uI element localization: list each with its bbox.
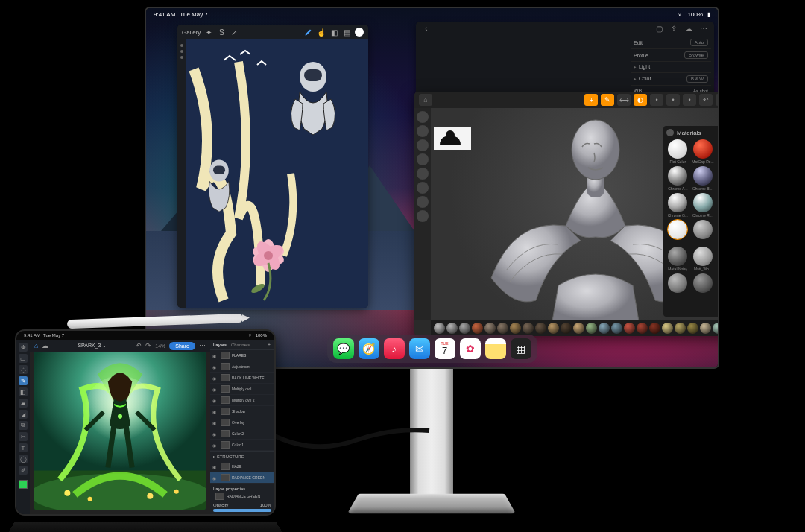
undo-button[interactable]: ↶ bbox=[699, 94, 713, 106]
dock-app-shortcuts[interactable]: ▦ bbox=[511, 338, 531, 359]
sculpt-viewport[interactable]: Materials ⋯ ⊖ Flat ColorMatCap Re...Chec… bbox=[431, 108, 719, 320]
brush-preset[interactable] bbox=[535, 323, 546, 334]
eyedropper-tool[interactable]: ✐ bbox=[19, 466, 28, 475]
topbar-tool-2[interactable]: • bbox=[666, 94, 680, 106]
material-swatch[interactable] bbox=[692, 273, 715, 294]
material-swatch[interactable]: Flat Color bbox=[666, 139, 689, 164]
add-button[interactable]: ＋ bbox=[584, 94, 598, 106]
gallery-button[interactable]: Gallery bbox=[182, 29, 201, 36]
brush-icon[interactable] bbox=[304, 28, 313, 37]
visibility-icon[interactable]: ◉ bbox=[212, 398, 218, 403]
left-tool-7[interactable] bbox=[417, 196, 429, 208]
crop-tool[interactable]: ✂ bbox=[19, 432, 28, 441]
brush-preset[interactable] bbox=[624, 323, 635, 334]
select-icon[interactable]: S bbox=[217, 28, 226, 37]
share-icon[interactable]: ⇪ bbox=[669, 24, 678, 33]
brush-preset[interactable] bbox=[586, 323, 597, 334]
layers-tab[interactable]: Layers bbox=[213, 343, 227, 347]
visibility-icon[interactable]: ◉ bbox=[212, 364, 218, 370]
dock-app-messages[interactable]: 💬 bbox=[333, 338, 354, 359]
dock-app-calendar[interactable]: TUE7 bbox=[435, 338, 455, 359]
layer-row[interactable]: ◉Adjustment bbox=[210, 361, 274, 373]
reference-thumbnail[interactable] bbox=[434, 127, 471, 150]
left-tool-6[interactable] bbox=[417, 182, 429, 194]
dock[interactable]: 💬🧭♪✉TUE7✿▦ bbox=[327, 335, 537, 363]
material-swatch[interactable] bbox=[666, 220, 689, 244]
ps-more-icon[interactable]: ⋯ bbox=[199, 342, 206, 349]
visibility-icon[interactable]: ◉ bbox=[212, 376, 218, 381]
brush-preset[interactable] bbox=[573, 323, 584, 334]
brush-preset[interactable] bbox=[510, 323, 521, 334]
brush-size-slider[interactable] bbox=[417, 111, 429, 123]
cloud-icon[interactable]: ☁ bbox=[684, 24, 693, 33]
layer-group-structure[interactable]: ▸ STRUCTURE bbox=[210, 451, 274, 461]
opacity-slider[interactable] bbox=[213, 509, 271, 512]
material-swatch[interactable]: Gold bbox=[716, 220, 719, 244]
material-swatch[interactable] bbox=[716, 273, 719, 294]
left-tool-8[interactable] bbox=[417, 210, 429, 222]
lasso-tool[interactable]: ◌ bbox=[19, 365, 28, 374]
move-tool[interactable]: ✥ bbox=[19, 343, 28, 352]
material-swatch[interactable] bbox=[692, 220, 715, 244]
ps-zoom-level[interactable]: 14% bbox=[155, 343, 165, 349]
layer-row[interactable]: ◉Overlay bbox=[210, 417, 274, 428]
procreate-canvas[interactable] bbox=[186, 39, 368, 308]
brush-preset[interactable] bbox=[523, 323, 534, 334]
materials-panel[interactable]: Materials ⋯ ⊖ Flat ColorMatCap Re...Chec… bbox=[663, 126, 719, 317]
shape-tool[interactable]: ◯ bbox=[19, 455, 28, 463]
layer-row[interactable]: ◉Color 1 bbox=[210, 440, 274, 451]
brush-preset[interactable] bbox=[446, 323, 458, 334]
type-tool[interactable]: T bbox=[19, 443, 28, 452]
visibility-icon[interactable]: ◉ bbox=[212, 443, 218, 448]
brush-preset[interactable] bbox=[611, 323, 622, 334]
visibility-icon[interactable]: ◉ bbox=[212, 431, 218, 437]
layer-row[interactable]: ◉Multiply ovrl 2 bbox=[210, 395, 274, 406]
home-icon[interactable]: ⌂ bbox=[419, 94, 432, 106]
adjust-icon[interactable]: ↗ bbox=[230, 28, 239, 37]
brush-preset[interactable] bbox=[637, 323, 648, 334]
brush-preset[interactable] bbox=[713, 323, 719, 334]
eraser-icon[interactable]: ◧ bbox=[329, 28, 338, 37]
dock-app-notes[interactable] bbox=[485, 338, 506, 359]
layer-row[interactable]: ◉HAZE bbox=[210, 461, 274, 472]
brush-preset[interactable] bbox=[700, 323, 711, 334]
material-swatch[interactable]: Matt_Wh... bbox=[692, 247, 715, 271]
material-swatch[interactable]: Chrome Ri... bbox=[692, 193, 715, 218]
layer-row[interactable]: ◉BACK LINE WHITE bbox=[210, 373, 274, 384]
ps-cloud-icon[interactable]: ☁ bbox=[42, 342, 48, 349]
color-section[interactable]: Color bbox=[634, 76, 651, 82]
fill-tool[interactable]: ▰ bbox=[19, 399, 28, 408]
ps-redo-icon[interactable]: ↷ bbox=[145, 342, 151, 349]
channels-tab[interactable]: Channels bbox=[231, 343, 250, 347]
wand-icon[interactable]: ✦ bbox=[204, 28, 213, 37]
layer-row[interactable]: ◉Color 2 bbox=[210, 428, 274, 440]
layer-row[interactable]: ◉Shadow bbox=[210, 406, 274, 417]
material-swatch[interactable]: MatCap Re... bbox=[692, 139, 715, 164]
procreate-sidebar[interactable] bbox=[177, 39, 186, 308]
visibility-icon[interactable]: ◉ bbox=[212, 409, 218, 414]
brush-preset[interactable] bbox=[662, 323, 673, 334]
brush-preset[interactable] bbox=[687, 323, 698, 334]
dock-app-music[interactable]: ♪ bbox=[384, 338, 405, 359]
material-swatch[interactable]: Copper bbox=[716, 193, 719, 218]
mask-button[interactable]: ◐ bbox=[634, 94, 647, 106]
layer-row[interactable]: ◉RADIANCE GREEN bbox=[210, 472, 274, 484]
crop-icon[interactable]: ▢ bbox=[654, 24, 663, 33]
auto-button[interactable]: Auto bbox=[690, 39, 708, 46]
layer-row[interactable]: ◉Multiply ovrl bbox=[210, 384, 274, 395]
material-swatch[interactable]: Metal Noisy bbox=[666, 247, 689, 271]
smudge-icon[interactable]: ☝ bbox=[317, 28, 326, 37]
brush-preset[interactable] bbox=[459, 323, 470, 334]
material-swatch[interactable]: Check bbox=[716, 139, 719, 164]
brush-tool[interactable]: ✎ bbox=[19, 376, 28, 385]
material-swatch[interactable]: Chrome G... bbox=[666, 193, 689, 218]
procreate-window[interactable]: Gallery ✦ S ↗ ☝ ◧ ▤ bbox=[177, 25, 368, 308]
more-icon[interactable]: ⋯ bbox=[699, 24, 708, 33]
material-swatch[interactable]: MatCap bbox=[716, 247, 719, 271]
sculpt-mode-button[interactable]: ✎ bbox=[601, 94, 614, 106]
ps-share-button[interactable]: Share bbox=[169, 342, 195, 350]
add-layer-icon[interactable]: ＋ bbox=[267, 341, 271, 348]
photoshop-canvas[interactable] bbox=[30, 340, 210, 514]
left-tool-4[interactable] bbox=[417, 153, 429, 165]
brush-strength-slider[interactable] bbox=[417, 125, 429, 137]
